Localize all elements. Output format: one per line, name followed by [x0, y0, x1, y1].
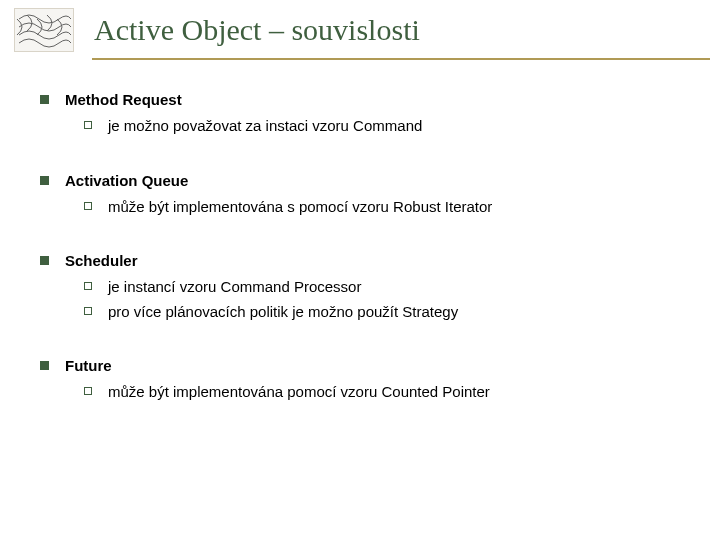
hollow-square-bullet-icon	[84, 282, 92, 290]
hollow-square-bullet-icon	[84, 387, 92, 395]
decorative-knot-icon	[14, 8, 74, 52]
list-item: Activation Queue	[40, 171, 680, 191]
list-item: je možno považovat za instaci vzoru Comm…	[84, 116, 680, 136]
section: Future může být implementována pomocí vz…	[40, 356, 680, 403]
square-bullet-icon	[40, 361, 49, 370]
section: Scheduler je instancí vzoru Command Proc…	[40, 251, 680, 322]
list-item-text: může být implementována s pomocí vzoru R…	[108, 197, 492, 217]
slide-body: Method Request je možno považovat za ins…	[0, 60, 720, 402]
slide-title: Active Object – souvislosti	[94, 13, 420, 47]
list-item: pro více plánovacích politik je možno po…	[84, 302, 680, 322]
list-item-text: pro více plánovacích politik je možno po…	[108, 302, 458, 322]
section-heading: Activation Queue	[65, 171, 188, 191]
square-bullet-icon	[40, 176, 49, 185]
list-item: Future	[40, 356, 680, 376]
list-item: může být implementována pomocí vzoru Cou…	[84, 382, 680, 402]
hollow-square-bullet-icon	[84, 307, 92, 315]
list-item-text: je možno považovat za instaci vzoru Comm…	[108, 116, 422, 136]
section: Method Request je možno považovat za ins…	[40, 90, 680, 137]
list-item: je instancí vzoru Command Processor	[84, 277, 680, 297]
list-item-text: je instancí vzoru Command Processor	[108, 277, 361, 297]
square-bullet-icon	[40, 256, 49, 265]
hollow-square-bullet-icon	[84, 121, 92, 129]
list-item: Scheduler	[40, 251, 680, 271]
list-item-text: může být implementována pomocí vzoru Cou…	[108, 382, 490, 402]
slide-header: Active Object – souvislosti	[0, 0, 720, 56]
list-item: Method Request	[40, 90, 680, 110]
list-item: může být implementována s pomocí vzoru R…	[84, 197, 680, 217]
section: Activation Queue může být implementována…	[40, 171, 680, 218]
section-heading: Method Request	[65, 90, 182, 110]
section-heading: Scheduler	[65, 251, 138, 271]
section-heading: Future	[65, 356, 112, 376]
square-bullet-icon	[40, 95, 49, 104]
hollow-square-bullet-icon	[84, 202, 92, 210]
